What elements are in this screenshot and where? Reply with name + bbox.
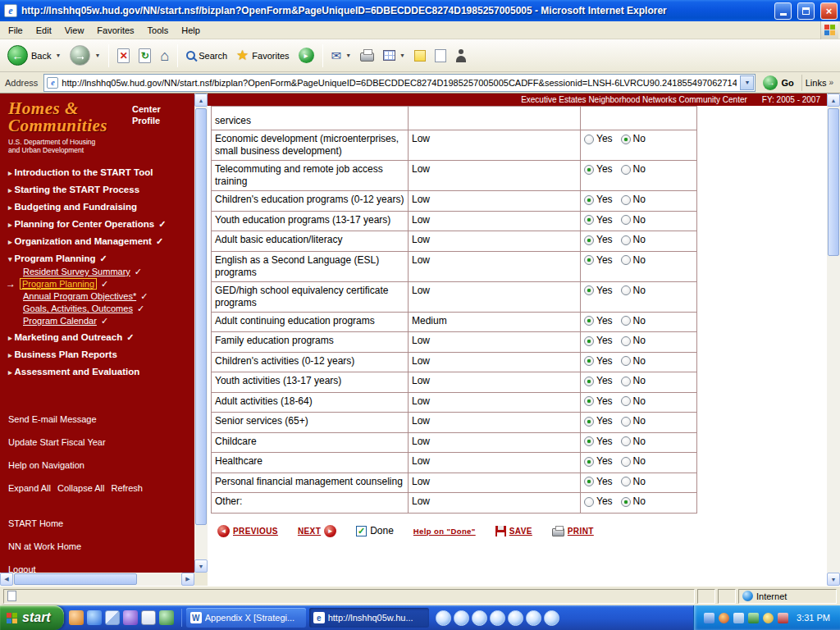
sidebar-item[interactable]: START Home: [0, 518, 194, 529]
yes-radio[interactable]: [584, 396, 594, 406]
round-icon-5[interactable]: [508, 610, 523, 626]
security-icon[interactable]: [719, 613, 729, 623]
menu-favorites[interactable]: Favorites: [90, 23, 140, 38]
no-radio[interactable]: [621, 497, 631, 507]
sidebar-link[interactable]: Expand All: [8, 483, 51, 493]
scrollbar-thumb[interactable]: [828, 108, 839, 256]
sidebar-item[interactable]: NN at Work Home: [0, 541, 194, 552]
refresh-button[interactable]: ↻: [135, 41, 155, 71]
yes-radio[interactable]: [584, 356, 594, 366]
menu-tools[interactable]: Tools: [141, 23, 176, 38]
menu-view[interactable]: View: [58, 23, 91, 38]
yes-radio[interactable]: [584, 255, 594, 265]
sidebar-link[interactable]: Refresh: [111, 483, 143, 493]
mail-dropdown-icon[interactable]: ▼: [345, 52, 351, 58]
scroll-right-icon[interactable]: ▶: [181, 573, 194, 586]
scrollbar-thumb[interactable]: [195, 108, 207, 525]
sidebar-item[interactable]: ▸Starting the START Process: [0, 185, 194, 196]
round-icon-7[interactable]: [544, 610, 559, 626]
no-radio[interactable]: [621, 377, 631, 386]
no-radio[interactable]: [621, 195, 631, 205]
edit-dropdown-icon[interactable]: ▼: [399, 52, 405, 58]
sidebar-item[interactable]: Update Start Fiscal Year: [0, 437, 194, 448]
sidebar-item[interactable]: ▸Marketing and Outreach✓: [0, 332, 194, 344]
scrollbar-thumb[interactable]: [14, 573, 137, 585]
sidebar-item[interactable]: Help on Navigation: [0, 460, 194, 471]
sidebar-scrollbar[interactable]: ▲ ▼: [194, 94, 208, 573]
display-icon[interactable]: [763, 613, 774, 623]
yes-radio[interactable]: [584, 135, 594, 144]
scroll-left-icon[interactable]: ◀: [0, 573, 13, 586]
yes-radio[interactable]: [584, 235, 594, 245]
sidebar-item[interactable]: ▸Introduction to the START Tool: [0, 167, 194, 179]
buddy-icon[interactable]: [69, 610, 84, 625]
search-button[interactable]: Search: [182, 41, 231, 71]
no-radio[interactable]: [621, 165, 631, 175]
task-button[interactable]: WAppendix X [Strategi...: [186, 608, 306, 628]
main-scrollbar[interactable]: ▲ ▼: [827, 94, 840, 586]
no-radio[interactable]: [621, 215, 631, 225]
save-button[interactable]: SAVE: [495, 526, 532, 536]
network-icon[interactable]: [704, 613, 714, 623]
menu-file[interactable]: File: [2, 23, 30, 38]
usb-icon[interactable]: [778, 613, 788, 623]
no-radio[interactable]: [621, 255, 631, 265]
sidebar-subitem[interactable]: Program Calendar✓: [0, 316, 194, 326]
menu-edit[interactable]: Edit: [30, 23, 58, 38]
yes-radio[interactable]: [584, 457, 594, 467]
yes-radio[interactable]: [584, 377, 594, 386]
sidebar-item[interactable]: Expand AllCollapse AllRefresh: [0, 483, 194, 494]
back-dropdown-icon[interactable]: ▼: [55, 52, 61, 58]
links-button[interactable]: Links »: [801, 75, 837, 91]
round-icon-4[interactable]: [490, 610, 505, 626]
no-radio[interactable]: [621, 436, 631, 446]
mail-button[interactable]: ✉▼: [327, 41, 356, 71]
show-desktop-icon[interactable]: [105, 610, 120, 625]
previous-button[interactable]: ◄ PREVIOUS: [217, 525, 278, 537]
volume-icon[interactable]: [733, 613, 744, 623]
yes-radio[interactable]: [584, 215, 594, 225]
document-icon[interactable]: [141, 610, 156, 625]
task-button[interactable]: ehttp://lnshhq05w.hu...: [309, 608, 429, 628]
address-dropdown-icon[interactable]: ▼: [740, 75, 754, 90]
media-button[interactable]: ▸: [294, 41, 318, 71]
scroll-down-icon[interactable]: ▼: [194, 559, 208, 573]
scroll-up-icon[interactable]: ▲: [827, 94, 840, 107]
round-icon-2[interactable]: [454, 610, 469, 626]
sidebar-subitem[interactable]: Goals, Activities, Outcomes✓: [0, 304, 194, 314]
home-button[interactable]: ⌂: [156, 41, 173, 71]
no-radio[interactable]: [621, 235, 631, 245]
sidebar-subitem[interactable]: →Program Planning✓: [0, 279, 194, 290]
close-button[interactable]: ×: [820, 2, 838, 20]
menu-help[interactable]: Help: [175, 23, 207, 38]
yes-radio[interactable]: [584, 417, 594, 427]
round-icon-3[interactable]: [472, 610, 487, 626]
messenger-button[interactable]: [451, 41, 471, 71]
sidebar-item[interactable]: Send E-mail Message: [0, 414, 194, 425]
scroll-up-icon[interactable]: ▲: [194, 94, 208, 107]
stop-button[interactable]: ✕: [113, 41, 134, 71]
forward-dropdown-icon[interactable]: ▼: [94, 52, 100, 58]
round-icon-1[interactable]: [436, 610, 451, 626]
yes-radio[interactable]: [584, 497, 594, 507]
sidebar-item[interactable]: ▸Budgeting and Fundraising: [0, 202, 194, 213]
yes-radio[interactable]: [584, 436, 594, 446]
print-link[interactable]: PRINT: [552, 526, 594, 536]
start-button[interactable]: start: [0, 605, 64, 630]
update-icon[interactable]: [748, 613, 759, 623]
address-input[interactable]: e http://lnshhq05w.hud.gov/NN/start.nsf/…: [43, 74, 756, 92]
yes-radio[interactable]: [584, 477, 594, 486]
messenger-icon[interactable]: [159, 610, 174, 625]
forward-button[interactable]: → ▼: [66, 41, 104, 71]
no-radio[interactable]: [621, 336, 631, 346]
sidebar-subitem[interactable]: Annual Program Objectives*✓: [0, 291, 194, 302]
help-on-done-link[interactable]: Help on "Done": [413, 527, 476, 536]
notes-button[interactable]: [410, 41, 430, 71]
no-radio[interactable]: [621, 457, 631, 467]
media-player-icon[interactable]: [123, 610, 138, 625]
no-radio[interactable]: [621, 477, 631, 486]
no-radio[interactable]: [621, 356, 631, 366]
no-radio[interactable]: [621, 396, 631, 406]
back-button[interactable]: ← Back ▼: [3, 41, 65, 71]
yes-radio[interactable]: [584, 316, 594, 326]
